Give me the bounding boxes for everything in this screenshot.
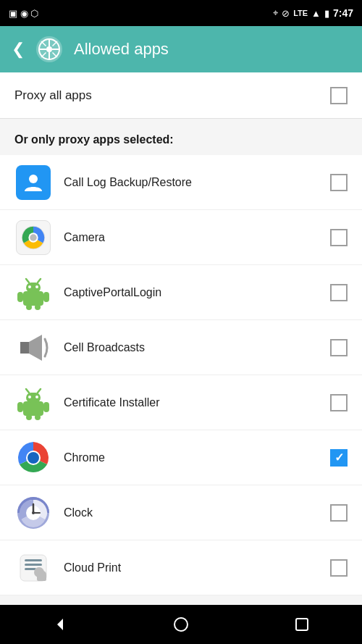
app-row-captiveportal[interactable]: CaptivePortalLogin: [0, 265, 362, 320]
app-name-cell-broadcasts: Cell Broadcasts: [64, 341, 319, 354]
app-name-clock: Clock: [64, 506, 319, 519]
app-name-captiveportal: CaptivePortalLogin: [64, 286, 319, 299]
app-icon-clock: [14, 494, 52, 532]
section-header-text: Or only proxy apps selected:: [14, 133, 174, 146]
app-checkbox-call-log[interactable]: [330, 174, 348, 191]
svg-rect-26: [20, 342, 29, 354]
svg-rect-28: [26, 393, 41, 403]
app-name-camera: Camera: [64, 231, 319, 244]
app-icon-cloud-print: [14, 549, 52, 587]
svg-rect-48: [25, 564, 42, 566]
app-icon-call-log: [14, 164, 52, 201]
nav-recent-button[interactable]: [293, 616, 311, 633]
app-checkbox-cloud-print[interactable]: [330, 559, 348, 577]
svg-point-14: [30, 234, 37, 241]
header: ❮ Allowed apps: [0, 26, 362, 72]
app-name-cert-installer: Certificate Installer: [64, 396, 319, 409]
app-icon-chrome: [14, 439, 52, 477]
svg-line-32: [38, 389, 41, 393]
app-name-chrome: Chrome: [64, 451, 319, 464]
svg-rect-49: [25, 568, 36, 570]
app-checkbox-cell-broadcasts[interactable]: [330, 339, 348, 356]
svg-point-54: [174, 618, 188, 631]
svg-point-18: [35, 285, 38, 288]
app-checkbox-cert-installer[interactable]: [330, 394, 348, 411]
back-icon[interactable]: ❮: [12, 40, 25, 59]
svg-rect-33: [17, 402, 23, 412]
signal-icon: ▲: [311, 8, 321, 19]
app-row-call-log[interactable]: Call Log Backup/Restore: [0, 155, 362, 210]
app-row-cell-broadcasts[interactable]: Cell Broadcasts: [0, 320, 362, 375]
app-checkbox-captiveportal[interactable]: [330, 284, 348, 301]
svg-rect-27: [23, 401, 43, 416]
svg-rect-35: [26, 414, 32, 420]
svg-point-45: [32, 511, 35, 514]
proxy-all-checkbox[interactable]: [330, 87, 348, 104]
lte-icon: LTE: [293, 9, 308, 17]
app-icon-cert-installer: [14, 384, 52, 422]
app-logo-icon: [36, 36, 62, 62]
app-checkbox-clock[interactable]: [330, 504, 348, 522]
svg-rect-34: [43, 402, 49, 412]
app-row-cert-installer[interactable]: Certificate Installer: [0, 375, 362, 430]
svg-point-39: [28, 452, 39, 464]
notification-icons: ▣ ◉ ⬡: [9, 8, 38, 19]
svg-point-17: [28, 285, 31, 288]
app-checkbox-chrome[interactable]: [330, 449, 348, 467]
status-bar-right: ⌖ ⊘ LTE ▲ ▮ 7:47: [273, 7, 353, 19]
svg-rect-24: [35, 304, 41, 310]
svg-rect-55: [296, 619, 308, 630]
proxy-all-apps-row[interactable]: Proxy all apps: [0, 72, 362, 119]
svg-point-2: [46, 46, 52, 52]
nav-home-button[interactable]: [172, 616, 190, 633]
location-icon: ⌖: [273, 7, 278, 19]
svg-rect-47: [25, 559, 42, 561]
status-bar-left: ▣ ◉ ⬡: [9, 8, 38, 19]
svg-rect-15: [23, 291, 43, 306]
svg-line-20: [38, 279, 41, 283]
app-checkbox-camera[interactable]: [330, 229, 348, 246]
svg-rect-21: [17, 292, 23, 302]
svg-point-30: [35, 396, 38, 398]
app-list: Call Log Backup/Restore: [0, 155, 362, 595]
app-name-call-log: Call Log Backup/Restore: [64, 176, 319, 189]
section-header: Or only proxy apps selected:: [0, 119, 362, 155]
content-area: Proxy all apps Or only proxy apps select…: [0, 72, 362, 605]
svg-marker-53: [57, 619, 63, 630]
app-row-chrome[interactable]: Chrome: [0, 430, 362, 485]
page-title: Allowed apps: [74, 40, 169, 59]
app-row-cloud-print[interactable]: Cloud Print: [0, 540, 362, 595]
battery-icon: ▮: [324, 8, 329, 19]
svg-line-19: [26, 279, 29, 283]
svg-point-11: [29, 175, 38, 183]
nav-back-button[interactable]: [51, 616, 69, 633]
nav-bar: [0, 605, 362, 644]
app-name-cloud-print: Cloud Print: [64, 561, 319, 574]
block-icon: ⊘: [282, 8, 290, 19]
svg-rect-23: [26, 304, 32, 310]
svg-rect-22: [43, 292, 49, 302]
status-bar: ▣ ◉ ⬡ ⌖ ⊘ LTE ▲ ▮ 7:47: [0, 0, 362, 26]
svg-point-29: [28, 396, 31, 398]
app-row-clock[interactable]: Clock: [0, 485, 362, 540]
app-icon-cell-broadcasts: [14, 329, 52, 367]
proxy-all-label: Proxy all apps: [14, 88, 92, 103]
time-display: 7:47: [333, 7, 353, 19]
svg-rect-36: [35, 414, 41, 420]
svg-rect-52: [37, 574, 46, 581]
svg-line-31: [26, 389, 29, 393]
app-row-camera[interactable]: Camera: [0, 210, 362, 265]
app-icon-captiveportal: [14, 274, 52, 311]
app-icon-camera: [14, 219, 52, 256]
svg-rect-16: [26, 283, 41, 293]
